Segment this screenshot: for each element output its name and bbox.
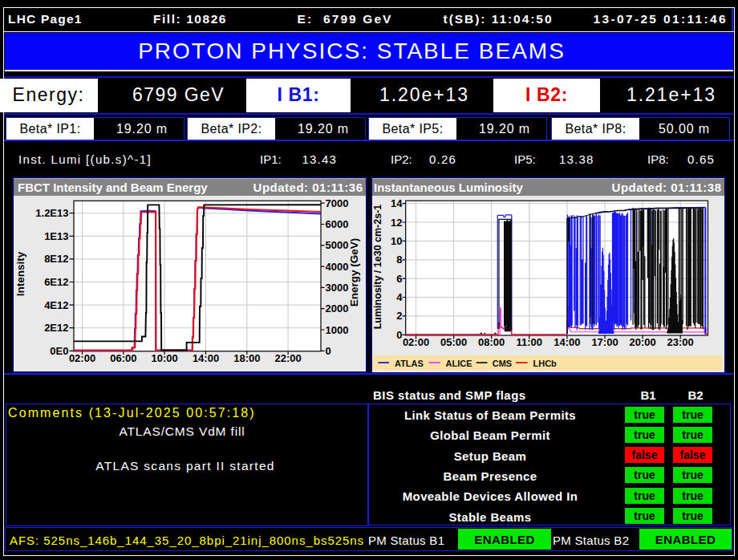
svg-text:12: 12 — [391, 217, 402, 229]
svg-text:18:00: 18:00 — [233, 352, 260, 364]
svg-text:2: 2 — [396, 310, 402, 322]
svg-text:5000: 5000 — [326, 239, 349, 251]
svg-text:0E0: 0E0 — [50, 345, 68, 357]
svg-text:1E13: 1E13 — [44, 230, 68, 242]
svg-text:22:00: 22:00 — [274, 352, 301, 364]
svg-text:11:00: 11:00 — [517, 336, 543, 348]
svg-text:Updated: 01:11:36: Updated: 01:11:36 — [253, 181, 363, 194]
svg-text:7000: 7000 — [326, 197, 349, 209]
svg-text:08:00: 08:00 — [478, 336, 505, 348]
svg-text:Intensity: Intensity — [14, 251, 26, 296]
svg-text:14:00: 14:00 — [193, 352, 219, 364]
svg-text:10: 10 — [391, 235, 402, 247]
svg-text:ALICE: ALICE — [446, 359, 472, 368]
svg-text:4E12: 4E12 — [44, 299, 68, 311]
svg-text:23:00: 23:00 — [667, 336, 694, 348]
svg-text:20:00: 20:00 — [629, 336, 655, 348]
svg-text:0: 0 — [396, 329, 402, 341]
svg-text:4000: 4000 — [326, 261, 349, 273]
svg-text:8: 8 — [396, 254, 402, 266]
svg-text:6E12: 6E12 — [44, 276, 68, 288]
svg-text:Instantaneous Luminosity: Instantaneous Luminosity — [374, 181, 524, 194]
svg-text:4: 4 — [396, 291, 403, 303]
svg-text:14: 14 — [391, 197, 403, 209]
svg-text:LHCb: LHCb — [533, 359, 558, 368]
svg-text:2000: 2000 — [326, 302, 349, 314]
svg-text:Energy (GeV): Energy (GeV) — [348, 238, 360, 307]
svg-text:CMS: CMS — [493, 359, 512, 368]
svg-text:FBCT Intensity and Beam Energy: FBCT Intensity and Beam Energy — [18, 181, 208, 194]
svg-text:02:00: 02:00 — [69, 352, 95, 364]
svg-text:6: 6 — [396, 273, 402, 285]
svg-text:6000: 6000 — [326, 218, 349, 230]
svg-text:1.2E13: 1.2E13 — [35, 207, 68, 219]
svg-text:1000: 1000 — [326, 324, 349, 336]
svg-text:0: 0 — [326, 345, 331, 357]
svg-text:ATLAS: ATLAS — [395, 359, 424, 368]
svg-text:06:00: 06:00 — [110, 352, 136, 364]
svg-text:05:00: 05:00 — [440, 336, 467, 348]
svg-text:10:00: 10:00 — [151, 352, 177, 364]
svg-text:2E12: 2E12 — [44, 322, 68, 334]
svg-text:17:00: 17:00 — [591, 336, 618, 348]
svg-text:14:00: 14:00 — [554, 336, 580, 348]
svg-text:8E12: 8E12 — [44, 253, 68, 265]
svg-text:Luminosity / 1e30 cm-2s-1: Luminosity / 1e30 cm-2s-1 — [372, 205, 383, 330]
svg-text:3000: 3000 — [326, 282, 349, 294]
svg-text:02:00: 02:00 — [403, 336, 429, 348]
svg-text:Updated: 01:11:38: Updated: 01:11:38 — [612, 181, 722, 194]
